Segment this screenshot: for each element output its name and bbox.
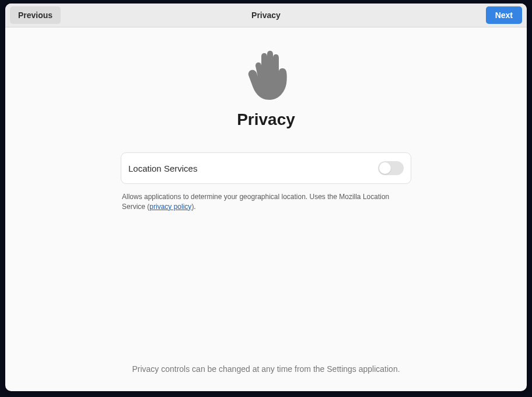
location-services-row: Location Services — [121, 152, 411, 184]
footer-note: Privacy controls can be changed at any t… — [5, 364, 527, 374]
previous-button[interactable]: Previous — [10, 6, 61, 24]
location-services-description: Allows applications to determine your ge… — [121, 192, 411, 212]
location-services-toggle[interactable] — [378, 161, 404, 175]
page-heading: Privacy — [237, 110, 295, 129]
setup-window: Previous Privacy Next Privacy Location S… — [5, 4, 527, 391]
description-text-suffix: ). — [191, 203, 195, 211]
header-title: Privacy — [251, 11, 281, 20]
next-button[interactable]: Next — [486, 6, 522, 24]
content-area: Privacy Location Services Allows applica… — [5, 27, 527, 391]
toggle-knob — [379, 162, 391, 174]
privacy-policy-link[interactable]: privacy policy — [149, 203, 191, 211]
headerbar: Previous Privacy Next — [5, 4, 527, 27]
settings-panel: Location Services Allows applications to… — [121, 152, 411, 212]
location-services-label: Location Services — [128, 163, 197, 173]
hand-icon — [242, 50, 290, 103]
